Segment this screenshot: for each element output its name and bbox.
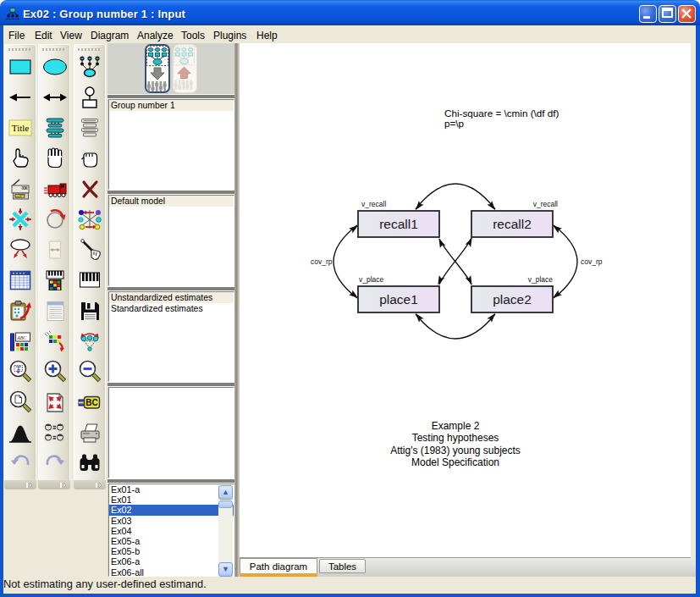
svg-text:place1: place1 <box>379 292 418 307</box>
svg-text:place2: place2 <box>493 292 532 307</box>
svg-text:recall2: recall2 <box>493 217 532 231</box>
svg-text:v_recall: v_recall <box>533 200 558 208</box>
svg-text:Title: Title <box>11 123 29 133</box>
svg-text:recall1: recall1 <box>379 217 418 231</box>
svg-text:v_place: v_place <box>359 275 384 284</box>
svg-text:COPY: COPY <box>14 194 25 198</box>
svg-text:cov_rp: cov_rp <box>581 257 603 266</box>
svg-text:BC: BC <box>85 398 97 407</box>
svg-text:cov_rp: cov_rp <box>311 257 333 266</box>
svg-text:v_recall: v_recall <box>361 200 386 208</box>
svg-text:ABC: ABC <box>16 335 27 340</box>
svg-text:v_place: v_place <box>528 275 554 284</box>
